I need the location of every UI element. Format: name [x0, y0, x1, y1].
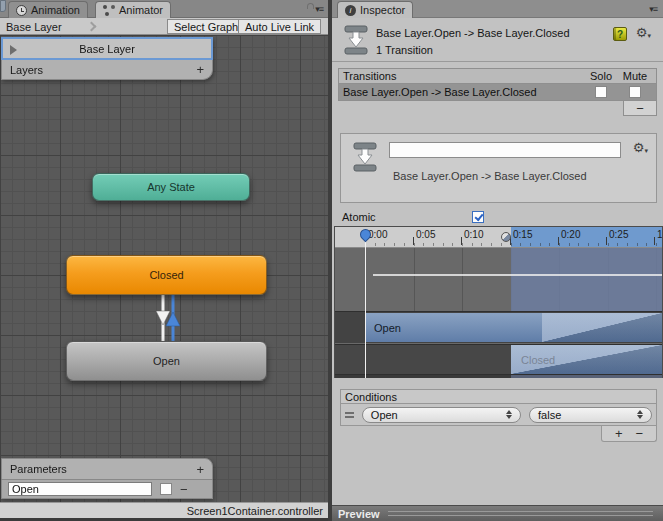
layer-row-base-layer[interactable]: Base Layer — [1, 37, 213, 60]
controller-path-label: Screen1Container.controller — [187, 505, 323, 517]
tab-animator-label: Animator — [119, 4, 163, 16]
transition-detail-label: Base Layer.Open -> Base Layer.Closed — [393, 170, 587, 182]
transition-timeline[interactable]: 0:00 0:05 0:10 0:15 0:20 0:25 1:00 Open — [334, 226, 663, 378]
chevron-right-icon — [86, 22, 96, 32]
solo-checkbox[interactable] — [595, 86, 607, 98]
animator-icon — [103, 5, 115, 16]
preview-bar[interactable]: Preview — [332, 505, 663, 521]
tab-animator[interactable]: Animator — [95, 1, 171, 18]
mute-checkbox[interactable] — [629, 86, 641, 98]
ruler-label: 0:20 — [561, 229, 580, 240]
parameter-row: − — [1, 480, 213, 499]
timeline-blend-area — [335, 248, 662, 311]
drag-handle-icon[interactable] — [345, 412, 354, 418]
clip-open-label: Open — [374, 322, 401, 334]
clip-bar-open[interactable]: Open — [366, 313, 662, 342]
state-node-any-state[interactable]: Any State — [92, 173, 250, 201]
state-machine-graph[interactable]: Any State Closed Open Base Layer Layers … — [0, 35, 329, 521]
timeline-bottom-strip — [335, 374, 662, 378]
animator-pane: Animation Animator ▾≡ Base Layer Select … — [0, 0, 329, 521]
transition-icon — [344, 25, 368, 55]
add-condition-button[interactable]: + — [615, 427, 623, 440]
animator-toolbar: Base Layer Select Graph Auto Live Link — [0, 18, 329, 35]
ruler-label: 0:15 — [513, 229, 532, 240]
transition-start-marker-icon[interactable] — [501, 232, 511, 242]
unity-editor-window: Animation Animator ▾≡ Base Layer Select … — [0, 0, 663, 521]
select-graph-button[interactable]: Select Graph — [167, 19, 245, 34]
atomic-label: Atomic — [342, 211, 376, 223]
transition-count: 1 Transition — [376, 44, 433, 56]
inspector-pane: i Inspector ▾≡ Base Layer.Open -> Base L… — [332, 0, 663, 521]
transition-icon — [353, 142, 377, 172]
ruler-label: 0:10 — [464, 229, 483, 240]
ruler-label: 1:00 — [657, 229, 663, 240]
dropdown-arrows-icon — [506, 410, 512, 419]
select-graph-label: Select Graph — [174, 21, 238, 33]
gear-icon[interactable]: ⚙▾ — [636, 26, 651, 39]
clip-row-open: Open — [335, 311, 662, 343]
layers-overlay: Base Layer Layers + — [1, 37, 213, 80]
breadcrumb[interactable]: Base Layer — [6, 20, 95, 33]
transition-title: Base Layer.Open -> Base Layer.Closed — [376, 27, 570, 39]
timeline-ruler[interactable]: 0:00 0:05 0:10 0:15 0:20 0:25 1:00 — [335, 227, 663, 248]
playhead-line[interactable] — [365, 240, 366, 378]
remove-transition-button[interactable]: − — [623, 101, 657, 116]
transition-name-field[interactable] — [389, 142, 621, 158]
foldout-arrow-icon[interactable] — [10, 45, 17, 55]
solo-column-label: Solo — [584, 70, 618, 82]
atomic-checkbox[interactable] — [472, 211, 484, 223]
transitions-list-header: Transitions Solo Mute — [338, 68, 657, 84]
minor-ticks — [365, 243, 663, 246]
clip-bar-closed[interactable]: Closed — [511, 345, 662, 374]
transition-region-tint — [511, 375, 662, 378]
transition-list-row[interactable]: Base Layer.Open -> Base Layer.Closed — [338, 84, 657, 101]
timeline-body: Open Closed — [335, 248, 662, 378]
ruler-label: 0:25 — [609, 229, 628, 240]
tab-inspector-label: Inspector — [360, 4, 405, 16]
transition-detail-panel: ⚙▾ Base Layer.Open -> Base Layer.Closed — [340, 133, 657, 203]
transition-row-label: Base Layer.Open -> Base Layer.Closed — [343, 86, 537, 98]
layers-panel-header[interactable]: Layers + — [1, 60, 213, 80]
transitions-list-footer: − — [338, 101, 657, 116]
conditions-footer: + − — [340, 426, 657, 442]
animator-tabbar: Animation Animator ▾≡ — [0, 0, 329, 18]
parameter-bool-checkbox[interactable] — [160, 483, 172, 495]
parameters-overlay: Parameters + − — [1, 458, 213, 499]
pane-menu-icon[interactable]: ▾≡ — [315, 4, 323, 14]
condition-value-dropdown[interactable]: false — [529, 407, 652, 423]
transitions-list: Transitions Solo Mute Base Layer.Open ->… — [338, 68, 657, 116]
tab-animation[interactable]: Animation — [8, 1, 88, 18]
state-node-open[interactable]: Open — [66, 341, 267, 381]
conditions-header-label: Conditions — [345, 391, 397, 403]
atomic-row: Atomic — [342, 210, 652, 224]
help-icon[interactable]: ? — [613, 27, 627, 41]
condition-parameter-dropdown[interactable]: Open — [362, 407, 521, 423]
tab-inspector[interactable]: i Inspector — [337, 1, 413, 18]
condition-parameter-value: Open — [371, 409, 398, 421]
add-parameter-button[interactable]: + — [196, 463, 204, 476]
pane-menu-icon[interactable]: ▾≡ — [649, 4, 657, 14]
remove-parameter-button[interactable]: − — [180, 483, 188, 496]
closed-label: Closed — [149, 269, 183, 281]
tab-animation-label: Animation — [31, 4, 80, 16]
condition-value: false — [538, 409, 561, 421]
ruler-label: 0:05 — [416, 229, 435, 240]
crossfade-out — [542, 313, 662, 342]
parameter-name-field[interactable] — [8, 482, 152, 496]
transitions-header-label: Transitions — [343, 70, 396, 82]
state-node-closed[interactable]: Closed — [66, 255, 267, 295]
parameters-panel-header[interactable]: Parameters + — [1, 458, 213, 480]
drag-lines-icon — [388, 511, 653, 516]
animator-status-bar: Screen1Container.controller — [0, 502, 329, 518]
layer-name: Base Layer — [79, 43, 135, 55]
clock-icon — [16, 5, 27, 16]
remove-condition-button[interactable]: − — [635, 427, 643, 440]
auto-live-link-button[interactable]: Auto Live Link — [238, 19, 321, 34]
clip-row-closed: Closed — [335, 344, 662, 374]
add-layer-button[interactable]: + — [196, 63, 204, 76]
inspector-header: Base Layer.Open -> Base Layer.Closed 1 T… — [332, 18, 663, 62]
gear-icon[interactable]: ⚙▾ — [633, 141, 648, 154]
crossfade-in — [511, 345, 662, 374]
dropdown-arrows-icon — [637, 410, 643, 419]
auto-live-link-label: Auto Live Link — [245, 21, 314, 33]
